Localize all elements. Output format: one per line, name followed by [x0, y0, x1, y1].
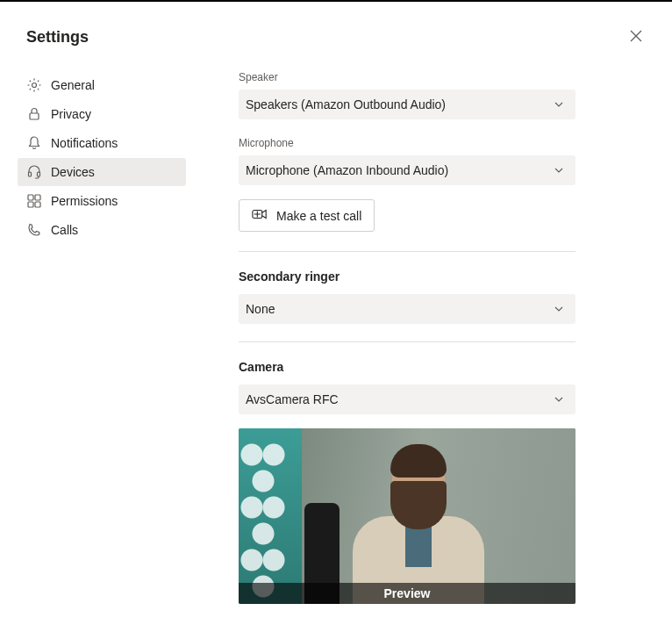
lock-icon: [26, 106, 42, 122]
secondary-ringer-section: Secondary ringer None: [239, 269, 602, 324]
secondary-ringer-value: None: [246, 302, 275, 316]
phone-icon: [26, 222, 42, 238]
settings-main: Speaker Speakers (Amazon Outbound Audio)…: [186, 71, 672, 624]
modal-header: Settings: [0, 26, 672, 48]
chevron-down-icon: [553, 98, 565, 111]
sidebar-item-general[interactable]: General: [18, 71, 186, 99]
sidebar-item-label: Devices: [51, 165, 95, 179]
headset-icon: [26, 164, 42, 180]
sidebar-item-label: General: [51, 78, 95, 92]
svg-rect-3: [30, 113, 39, 119]
sidebar-item-calls[interactable]: Calls: [18, 216, 186, 244]
microphone-label: Microphone: [239, 137, 602, 149]
speaker-dropdown[interactable]: Speakers (Amazon Outbound Audio): [239, 90, 575, 119]
section-divider: [239, 341, 575, 342]
sidebar-item-label: Notifications: [51, 136, 118, 150]
microphone-value: Microphone (Amazon Inbound Audio): [246, 163, 448, 177]
camera-preview-image: [239, 428, 575, 604]
sidebar-item-label: Privacy: [51, 107, 91, 121]
microphone-section: Microphone Microphone (Amazon Inbound Au…: [239, 137, 602, 232]
sidebar-item-devices[interactable]: Devices: [18, 158, 186, 186]
camera-dropdown[interactable]: AvsCamera RFC: [239, 384, 575, 414]
test-call-label: Make a test call: [276, 209, 361, 223]
modal-title: Settings: [26, 28, 89, 47]
section-divider: [239, 251, 575, 252]
camera-value: AvsCamera RFC: [246, 392, 339, 406]
chevron-down-icon: [553, 303, 565, 315]
app-icon: [26, 193, 42, 209]
svg-rect-9: [35, 202, 40, 207]
svg-rect-7: [35, 195, 40, 200]
chevron-down-icon: [553, 393, 565, 406]
svg-rect-4: [29, 172, 32, 176]
secondary-ringer-label: Secondary ringer: [239, 269, 602, 284]
chevron-down-icon: [553, 164, 565, 176]
gear-icon: [26, 77, 42, 93]
test-call-icon: [252, 208, 268, 223]
camera-label: Camera: [239, 360, 602, 374]
speaker-section: Speaker Speakers (Amazon Outbound Audio): [239, 71, 602, 119]
svg-point-2: [32, 83, 37, 88]
close-icon: [630, 30, 642, 45]
sidebar-item-notifications[interactable]: Notifications: [18, 129, 186, 157]
sidebar-item-permissions[interactable]: Permissions: [18, 187, 186, 215]
sidebar-item-privacy[interactable]: Privacy: [18, 100, 186, 128]
camera-preview-label: Preview: [239, 583, 575, 604]
modal-body: General Privacy Notifi: [0, 71, 672, 624]
speaker-value: Speakers (Amazon Outbound Audio): [246, 97, 446, 111]
settings-modal: Settings General: [0, 2, 672, 632]
microphone-dropdown[interactable]: Microphone (Amazon Inbound Audio): [239, 155, 575, 185]
bell-icon: [26, 135, 42, 151]
camera-section: Camera AvsCamera RFC: [239, 360, 602, 604]
make-test-call-button[interactable]: Make a test call: [239, 199, 375, 232]
secondary-ringer-dropdown[interactable]: None: [239, 294, 575, 324]
close-button[interactable]: [626, 26, 646, 48]
svg-rect-5: [38, 172, 40, 176]
speaker-label: Speaker: [239, 71, 602, 83]
svg-rect-8: [28, 202, 33, 207]
camera-preview: Preview: [239, 428, 575, 604]
svg-rect-6: [28, 195, 33, 200]
settings-sidebar: General Privacy Notifi: [0, 71, 186, 624]
sidebar-item-label: Calls: [51, 223, 78, 237]
sidebar-item-label: Permissions: [51, 194, 118, 208]
